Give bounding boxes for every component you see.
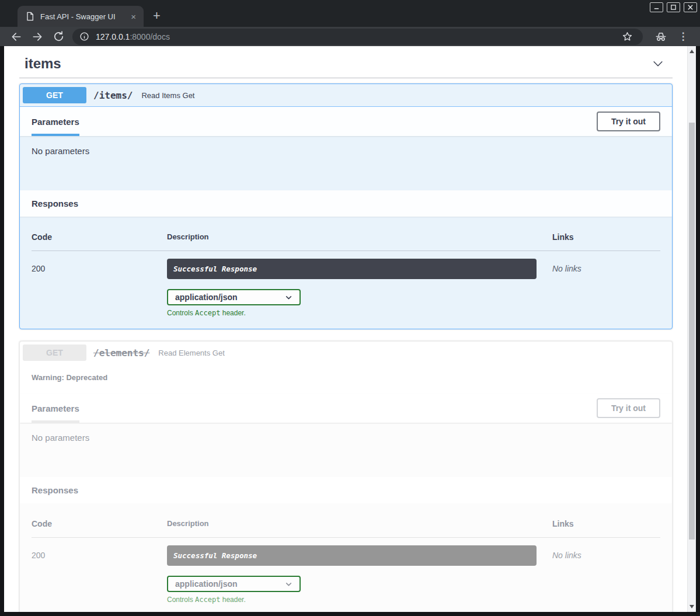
responses-table-header: Code Description Links [32, 519, 660, 538]
method-badge: GET [23, 344, 86, 361]
note-prefix: Controls [167, 596, 195, 604]
scrollbar-thumb[interactable] [689, 123, 695, 540]
note-code: Accept [195, 596, 220, 604]
select-chevron-icon [285, 294, 292, 301]
responses-body: Code Description Links 200 Successful Re… [20, 217, 672, 329]
swagger-page: items GET /items/ Read Items Get [4, 46, 687, 612]
responses-body: Code Description Links 200 Successful Re… [20, 503, 672, 612]
no-parameters-text: No parameters [32, 146, 89, 156]
deprecated-warning: Warning: Deprecated [20, 364, 672, 394]
parameters-body: No parameters [20, 136, 672, 190]
responses-title: Responses [32, 199, 78, 208]
column-header-description: Description [167, 232, 552, 242]
browser-window: Fast API - Swagger UI × + [0, 0, 700, 616]
responses-header: Responses [20, 477, 672, 503]
browser-toolbar: 127.0.0.1:8000/docs ⋮ [0, 27, 700, 46]
parameters-header: Parameters Try it out [20, 394, 672, 423]
close-button[interactable] [684, 2, 697, 12]
window-controls [650, 2, 697, 12]
url-host: 127.0.0.1 [96, 32, 130, 41]
try-it-out-button[interactable]: Try it out [597, 398, 660, 418]
tab-close-icon[interactable]: × [128, 11, 139, 22]
note-suffix: header. [220, 309, 245, 317]
browser-tab[interactable]: Fast API - Swagger UI × [18, 6, 144, 27]
url-text: 127.0.0.1:8000/docs [96, 32, 616, 41]
try-it-out-button[interactable]: Try it out [597, 112, 660, 131]
response-code: 200 [32, 259, 167, 317]
response-description-box: Successful Response [167, 259, 537, 279]
maximize-button[interactable] [667, 2, 680, 12]
note-code: Accept [195, 309, 220, 317]
address-bar[interactable]: 127.0.0.1:8000/docs [72, 29, 643, 45]
chevron-down-icon[interactable] [652, 57, 664, 70]
response-row: 200 Successful Response application/json… [32, 251, 660, 317]
opblock-get-items: GET /items/ Read Items Get Parameters Tr… [19, 83, 673, 329]
reload-icon[interactable] [52, 30, 65, 43]
method-badge: GET [23, 87, 86, 103]
column-header-code: Code [32, 232, 167, 242]
note-suffix: header. [220, 596, 245, 604]
page-scrollbar[interactable] [687, 46, 696, 612]
opblock-get-elements-deprecated: GET /elements/ Read Elements Get Warning… [19, 341, 673, 612]
content-type-select[interactable]: application/json [167, 289, 301, 305]
tag-title: items [25, 55, 61, 72]
parameters-body: No parameters [20, 423, 672, 477]
endpoint-summary: Read Elements Get [158, 349, 224, 357]
bookmark-star-icon[interactable] [620, 30, 634, 44]
content-type-value: application/json [175, 293, 238, 302]
endpoint-path: /elements/ [93, 347, 149, 359]
tab-parameters[interactable]: Parameters [32, 107, 79, 136]
incognito-icon [654, 30, 668, 44]
endpoint-path: /items/ [93, 90, 133, 101]
column-header-code: Code [32, 519, 167, 528]
column-header-links: Links [552, 232, 660, 242]
select-chevron-icon [285, 580, 292, 588]
response-description-text: Successful Response [173, 551, 257, 560]
responses-header: Responses [20, 190, 672, 217]
response-links: No links [552, 259, 660, 317]
site-info-icon[interactable] [79, 32, 89, 41]
parameters-header: Parameters Try it out [20, 107, 672, 136]
note-prefix: Controls [167, 309, 195, 317]
endpoint-summary: Read Items Get [141, 91, 194, 100]
column-header-description: Description [167, 519, 552, 528]
response-code: 200 [32, 545, 167, 604]
tab-strip: Fast API - Swagger UI × + [0, 0, 700, 27]
opblock-summary[interactable]: GET /elements/ Read Elements Get [20, 342, 672, 364]
tab-title: Fast API - Swagger UI [40, 12, 128, 21]
page-viewport: items GET /items/ Read Items Get [4, 46, 696, 612]
column-header-links: Links [552, 519, 660, 528]
scrollbar-up-arrow-icon[interactable] [689, 50, 694, 53]
minimize-button[interactable] [650, 2, 663, 12]
opblock-summary[interactable]: GET /items/ Read Items Get [20, 84, 672, 107]
content-type-value: application/json [175, 579, 238, 589]
responses-table-header: Code Description Links [32, 232, 660, 251]
response-links: No links [552, 545, 660, 604]
response-description-cell: Successful Response application/json Con… [167, 259, 552, 317]
response-description-cell: Successful Response application/json Con… [167, 545, 552, 604]
tag-section-header[interactable]: items [19, 52, 673, 78]
content-type-select[interactable]: application/json [167, 576, 301, 592]
no-parameters-text: No parameters [32, 433, 89, 443]
content-type-note: Controls Accept header. [167, 309, 552, 317]
response-description-text: Successful Response [173, 265, 257, 273]
browser-menu-icon[interactable]: ⋮ [676, 30, 690, 44]
forward-icon[interactable] [31, 30, 44, 43]
page-favicon-icon [25, 12, 34, 21]
response-row: 200 Successful Response application/json… [32, 538, 660, 604]
response-description-box: Successful Response [167, 545, 537, 566]
url-path: :8000/docs [130, 32, 170, 41]
scrollbar-down-arrow-icon[interactable] [689, 605, 694, 608]
back-icon[interactable] [10, 30, 23, 43]
new-tab-button[interactable]: + [153, 8, 161, 23]
responses-title: Responses [32, 485, 78, 495]
tab-parameters[interactable]: Parameters [32, 394, 79, 423]
content-type-note: Controls Accept header. [167, 596, 552, 604]
